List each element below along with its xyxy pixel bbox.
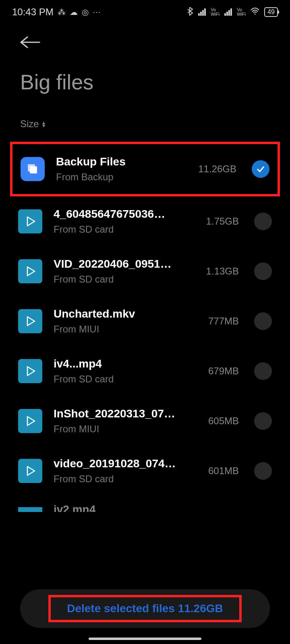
back-button[interactable] [0,24,290,58]
bluetooth-icon [187,7,193,18]
file-row[interactable]: Backup FilesFrom Backup11.26GB [10,142,280,196]
file-name: Uncharted.mkv [54,308,197,320]
file-info: iv4...mp4From SD card [54,357,197,385]
delete-button[interactable]: Delete selected files 11.26GB [20,589,270,628]
video-file-icon [18,409,42,433]
file-row-partial[interactable]: iv2 mn4 [10,496,280,512]
status-right: VoWiFi VoWiFi 49 [187,7,278,18]
vowifi-2: VoWiFi [237,8,246,17]
signal-icon-1 [198,8,206,16]
file-size: 1.13GB [206,266,239,277]
status-time: 10:43 PM [12,6,54,18]
page-title: Big files [0,58,290,114]
file-size: 601MB [208,465,239,477]
file-row[interactable]: Uncharted.mkvFrom MIUI777MB [10,296,280,346]
video-file-icon [18,507,42,512]
file-size: 1.75GB [206,216,239,227]
file-source: From SD card [54,224,195,235]
file-checkbox[interactable] [254,412,272,430]
video-file-icon [18,459,42,483]
cloud-icon: ☁ [70,7,78,17]
sort-label: Size [20,118,39,130]
video-file-icon [18,359,42,383]
file-row[interactable]: InShot_20220313_07…From MIUI605MB [10,396,280,446]
nav-gesture-bar[interactable] [89,638,201,640]
file-name: Backup Files [56,155,187,168]
delete-highlight [48,595,242,622]
svg-rect-2 [30,166,37,173]
file-checkbox[interactable] [254,262,272,280]
file-checkbox[interactable] [254,213,272,230]
file-source: From SD card [54,274,195,285]
file-size: 679MB [208,365,239,377]
file-info: 4_60485647675036…From SD card [54,208,195,235]
file-row[interactable]: VID_20220406_0951…From SD card1.13GB [10,246,280,296]
file-name: VID_20220406_0951… [54,258,195,270]
file-info: Uncharted.mkvFrom MIUI [54,308,197,335]
sort-icon: ▴ ▾ [42,121,45,127]
file-name: video_20191028_074… [54,457,197,470]
video-file-icon [18,209,42,233]
slack-icon: ⁂ [58,7,66,17]
file-info: InShot_20220313_07…From MIUI [54,407,197,435]
status-bar: 10:43 PM ⁂ ☁ ◎ ⋯ VoWiFi VoWiFi 49 [0,0,290,24]
file-checkbox[interactable] [254,462,272,480]
status-left: 10:43 PM ⁂ ☁ ◎ ⋯ [12,6,101,18]
instagram-icon: ◎ [82,7,89,17]
file-size: 777MB [208,316,239,327]
file-info: Backup FilesFrom Backup [56,155,187,183]
file-size: 605MB [208,415,239,427]
file-source: From MIUI [54,423,197,435]
wifi-icon [251,8,259,17]
sort-dropdown[interactable]: Size ▴ ▾ [0,114,290,142]
video-file-icon [18,259,42,283]
file-info: VID_20220406_0951…From SD card [54,258,195,285]
file-info: video_20191028_074…From SD card [54,457,197,485]
file-checkbox[interactable] [254,362,272,380]
file-row[interactable]: video_20191028_074…From SD card601MB [10,446,280,496]
delete-button-wrapper: Delete selected files 11.26GB [20,589,270,628]
file-list: Backup FilesFrom Backup11.26GB4_60485647… [0,142,290,512]
video-file-icon [18,309,42,333]
file-name: InShot_20220313_07… [54,407,197,420]
file-checkbox[interactable] [252,160,269,178]
file-source: From Backup [56,171,187,183]
file-name: iv4...mp4 [54,357,197,370]
battery-indicator: 49 [264,7,278,17]
backup-file-icon [21,157,45,181]
file-source: From SD card [54,374,197,385]
file-row[interactable]: 4_60485647675036…From SD card1.75GB [10,196,280,246]
file-name: 4_60485647675036… [54,208,195,221]
vowifi-1: VoWiFi [211,8,220,17]
file-checkbox[interactable] [254,312,272,330]
file-source: From MIUI [54,324,197,335]
file-row[interactable]: iv4...mp4From SD card679MB [10,346,280,396]
file-source: From SD card [54,473,197,485]
file-name: iv2 mn4 [54,503,95,512]
file-size: 11.26GB [198,163,236,175]
signal-icon-2 [224,8,232,16]
more-icon: ⋯ [93,7,101,17]
svg-point-0 [255,13,256,14]
